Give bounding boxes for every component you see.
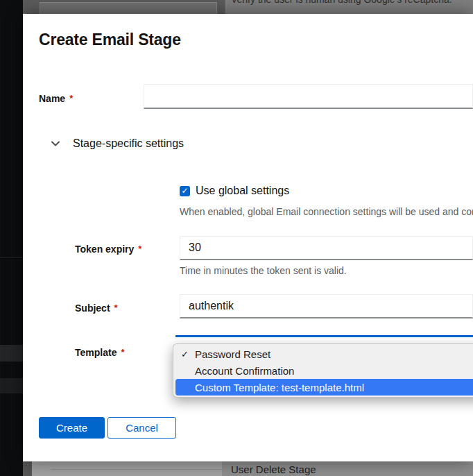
app-sidebar [0,0,23,476]
template-option-account-confirmation[interactable]: Account Confirmation [175,362,473,379]
create-email-stage-modal: Create Email Stage Name* Stage-specific … [23,14,473,461]
backdrop-row-divider [51,469,231,470]
use-global-checkbox[interactable]: ✓ [180,186,190,196]
backdrop-table-cell [40,2,217,14]
required-asterisk: * [121,347,124,357]
use-global-help: When enabled, global Email connection se… [180,206,473,217]
required-asterisk: * [114,303,118,313]
stage-specific-settings-toggle[interactable]: Stage-specific settings [51,137,184,150]
template-select[interactable] [175,335,473,343]
backdrop-bottom: User Delete Stage [23,461,473,476]
use-global-label[interactable]: Use global settings [196,185,289,197]
subject-label: Subject* [75,303,118,314]
sidebar-item [0,345,23,362]
use-global-settings-row: ✓ Use global settings [180,185,289,197]
template-label: Template* [75,347,125,358]
backdrop-stage-text: User Delete Stage [231,464,316,475]
backdrop-table-cell [32,461,222,476]
screen: Verify the user is human using Google's … [0,0,473,476]
backdrop-top: Verify the user is human using Google's … [23,0,473,14]
token-expiry-help: Time in minutes the token sent is valid. [180,265,347,276]
name-input[interactable] [144,84,473,109]
required-asterisk: * [138,244,141,254]
subject-input[interactable] [180,294,473,318]
sidebar-item [0,378,23,393]
name-label: Name* [39,93,73,104]
template-dropdown-menu: ✓ Password Reset Account Confirmation Cu… [173,343,473,398]
section-label: Stage-specific settings [73,137,184,150]
checkmark-icon: ✓ [181,187,188,195]
create-button[interactable]: Create [39,417,105,439]
backdrop-left-strip [23,461,32,476]
template-option-custom-template[interactable]: Custom Template: test-template.html [175,379,473,396]
backdrop-description-cell: Verify the user is human using Google's … [225,0,473,14]
required-asterisk: * [69,93,73,103]
sidebar-divider [0,257,23,258]
backdrop-recaptcha-text: Verify the user is human using Google's … [231,0,452,5]
cancel-button[interactable]: Cancel [108,417,176,439]
chevron-down-icon [51,139,60,148]
modal-title: Create Email Stage [39,31,181,49]
token-expiry-label: Token expiry* [75,244,141,255]
selected-check-icon: ✓ [181,349,189,359]
token-expiry-input[interactable] [180,236,473,260]
template-option-password-reset[interactable]: ✓ Password Reset [175,346,473,362]
